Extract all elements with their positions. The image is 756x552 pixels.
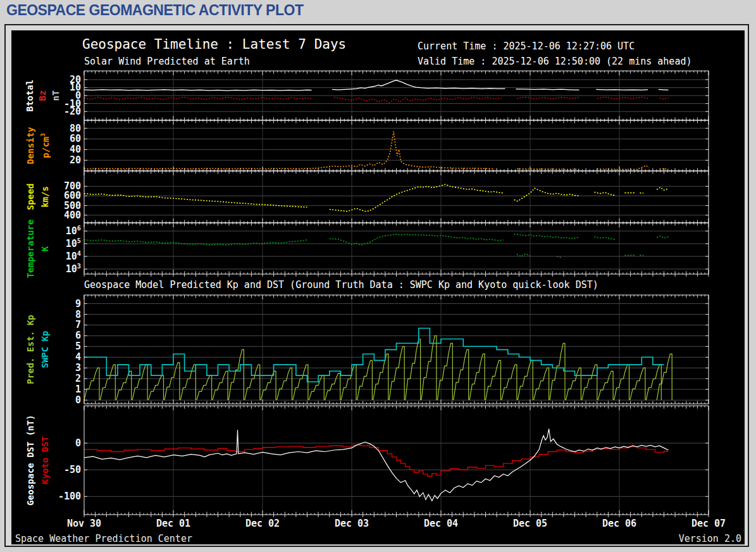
y-tick-label: 1: [21, 384, 81, 395]
axis-label-kp-1: SWPC Kp: [40, 330, 50, 368]
axis-label-kp-0: Pred. Est. Kp: [25, 315, 35, 384]
axis-label-temperature-0: Temperature: [25, 219, 35, 278]
x-tick-label: Dec 01: [156, 518, 190, 529]
axis-label-temperature-1: K: [40, 246, 50, 251]
axis-label-dst-1: Kyoto DST: [40, 436, 50, 484]
y-tick-label: 9: [21, 298, 81, 309]
x-tick-label: Nov 30: [67, 518, 101, 529]
y-tick-label: 0: [21, 394, 81, 406]
x-tick-label: Dec 04: [424, 518, 458, 529]
chart-title: Geospace Timeline : Latest 7 Days: [82, 37, 346, 52]
page-title: GEOSPACE GEOMAGNETIC ACTIVITY PLOT: [6, 2, 303, 19]
x-tick-label: Dec 06: [602, 518, 636, 529]
x-tick-label: Dec 02: [245, 518, 280, 529]
axis-label-imf-0: Btotal: [25, 80, 35, 112]
x-tick-label: Dec 07: [691, 518, 726, 529]
current-time-label: Current Time : 2025-12-06 12:27:06 UTC: [418, 41, 635, 52]
axis-label-imf-1: Bz: [37, 91, 47, 101]
x-tick-label: Dec 05: [513, 518, 547, 529]
valid-time-label: Valid Time : 2025-12-06 12:50:00 (22 min…: [418, 56, 691, 67]
solar-wind-subtitle: Solar Wind Predicted at Earth: [84, 56, 250, 67]
axis-label-speed-0: Speed: [25, 184, 35, 210]
axis-label-speed-1: km/s: [40, 186, 50, 208]
axis-label-imf-2: nT: [51, 91, 61, 101]
axis-label-density-1: p/cm3: [39, 133, 51, 158]
axis-label-density-0: Density: [25, 127, 35, 164]
axis-label-dst-0: Geospace DST (nT): [25, 415, 35, 505]
kp-dst-section-title: Geospace Model Predicted Kp and DST (Gro…: [84, 279, 598, 291]
geomagnetic-activity-plot-page: GEOSPACE GEOMAGNETIC ACTIVITY PLOT Geosp…: [0, 0, 756, 552]
footer-version-label: Version 2.0: [679, 533, 741, 544]
x-tick-label: Dec 03: [335, 518, 369, 529]
footer-source-label: Space Weather Prediction Center: [15, 533, 192, 544]
